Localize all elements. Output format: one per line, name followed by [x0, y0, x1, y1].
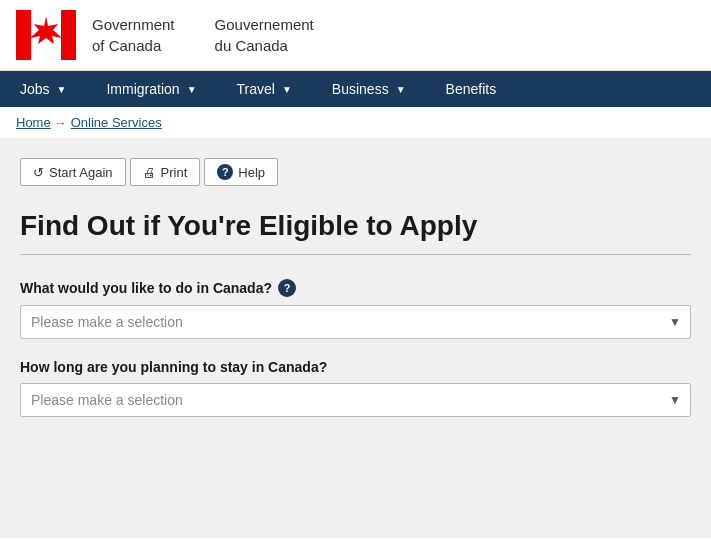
- nav-jobs[interactable]: Jobs ▼: [0, 71, 86, 107]
- question1-label: What would you like to do in Canada? ?: [20, 279, 691, 297]
- government-title: Governmentof Canada Gouvernementdu Canad…: [92, 14, 314, 56]
- nav-travel-label: Travel: [237, 81, 275, 97]
- question2-group: How long are you planning to stay in Can…: [20, 359, 691, 417]
- start-again-button[interactable]: ↺ Start Again: [20, 158, 126, 186]
- help-label: Help: [238, 165, 265, 180]
- nav-benefits[interactable]: Benefits: [426, 71, 517, 107]
- breadcrumb-separator: →: [55, 116, 67, 130]
- start-again-label: Start Again: [49, 165, 113, 180]
- nav-travel-arrow: ▼: [282, 84, 292, 95]
- page-title: Find Out if You're Eligible to Apply: [20, 210, 691, 255]
- main-nav: Jobs ▼ Immigration ▼ Travel ▼ Business ▼…: [0, 71, 711, 107]
- nav-immigration-label: Immigration: [106, 81, 179, 97]
- gov-en: Governmentof Canada: [92, 14, 175, 56]
- content-area: ↺ Start Again 🖨 Print ? Help Find Out if…: [0, 138, 711, 538]
- start-again-icon: ↺: [33, 165, 44, 180]
- help-button[interactable]: ? Help: [204, 158, 278, 186]
- nav-business-label: Business: [332, 81, 389, 97]
- eligibility-form: What would you like to do in Canada? ? P…: [20, 279, 691, 417]
- nav-business-arrow: ▼: [396, 84, 406, 95]
- question1-group: What would you like to do in Canada? ? P…: [20, 279, 691, 339]
- question1-help-icon[interactable]: ?: [278, 279, 296, 297]
- svg-rect-2: [61, 10, 76, 60]
- breadcrumb-current[interactable]: Online Services: [71, 115, 162, 130]
- site-header: Governmentof Canada Gouvernementdu Canad…: [0, 0, 711, 71]
- nav-benefits-label: Benefits: [446, 81, 497, 97]
- print-button[interactable]: 🖨 Print: [130, 158, 201, 186]
- nav-immigration-arrow: ▼: [187, 84, 197, 95]
- help-icon: ?: [217, 164, 233, 180]
- question2-select[interactable]: Please make a selection: [20, 383, 691, 417]
- nav-travel[interactable]: Travel ▼: [217, 71, 312, 107]
- question1-text: What would you like to do in Canada?: [20, 280, 272, 296]
- svg-rect-0: [16, 10, 31, 60]
- nav-immigration[interactable]: Immigration ▼: [86, 71, 216, 107]
- nav-jobs-label: Jobs: [20, 81, 50, 97]
- gov-fr: Gouvernementdu Canada: [215, 14, 314, 56]
- print-icon: 🖨: [143, 165, 156, 180]
- canada-flag-logo: [16, 10, 76, 60]
- breadcrumb-home[interactable]: Home: [16, 115, 51, 130]
- question2-text: How long are you planning to stay in Can…: [20, 359, 327, 375]
- question1-select[interactable]: Please make a selection: [20, 305, 691, 339]
- breadcrumb: Home → Online Services: [0, 107, 711, 138]
- print-label: Print: [161, 165, 188, 180]
- question1-select-wrapper: Please make a selection ▼: [20, 305, 691, 339]
- nav-jobs-arrow: ▼: [57, 84, 67, 95]
- nav-business[interactable]: Business ▼: [312, 71, 426, 107]
- question2-select-wrapper: Please make a selection ▼: [20, 383, 691, 417]
- question2-label: How long are you planning to stay in Can…: [20, 359, 691, 375]
- toolbar: ↺ Start Again 🖨 Print ? Help: [20, 158, 691, 186]
